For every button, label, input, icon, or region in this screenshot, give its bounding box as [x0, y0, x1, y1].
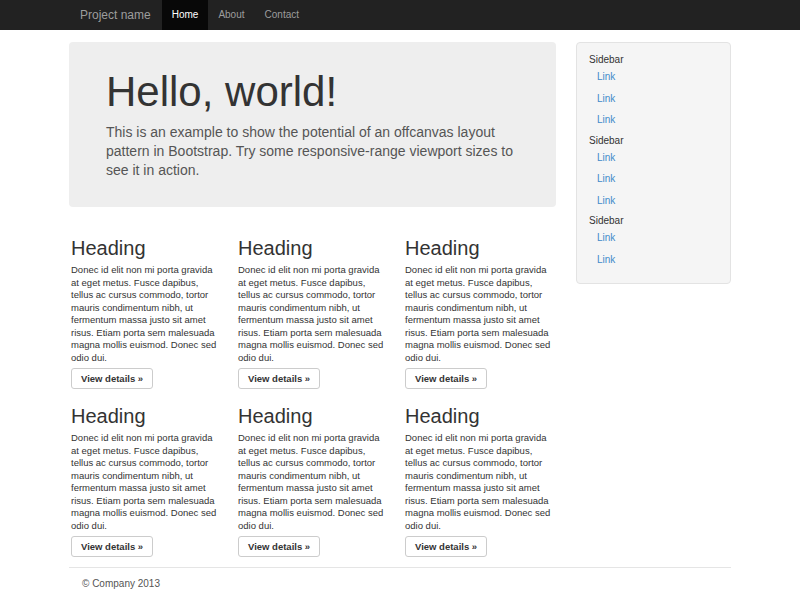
- feature-body-text: Donec id elit non mi porta gravida at eg…: [405, 432, 555, 532]
- sidebar-column: SidebarLinkLinkLinkSidebarLinkLinkLinkSi…: [576, 42, 731, 557]
- feature-heading: Heading: [71, 237, 221, 259]
- jumbotron: Hello, world! This is an example to show…: [69, 42, 556, 207]
- features-row-2: HeadingDonec id elit non mi porta gravid…: [71, 405, 556, 557]
- feature-body-text: Donec id elit non mi porta gravida at eg…: [238, 264, 388, 364]
- nav-item-home: Home: [162, 0, 209, 30]
- page-container: Hello, world! This is an example to show…: [69, 42, 731, 589]
- feature-heading: Heading: [238, 405, 388, 427]
- navbar: Project name HomeAboutContact: [0, 0, 800, 30]
- feature-column-1-3: HeadingDonec id elit non mi porta gravid…: [405, 237, 555, 389]
- navbar-container: Project name HomeAboutContact: [68, 0, 732, 30]
- feature-column-1-2: HeadingDonec id elit non mi porta gravid…: [238, 237, 388, 389]
- copyright-text: © Company 2013: [82, 578, 731, 589]
- footer-divider: [69, 567, 731, 568]
- feature-column-2-1: HeadingDonec id elit non mi porta gravid…: [71, 405, 221, 557]
- navbar-brand[interactable]: Project name: [68, 0, 162, 30]
- jumbotron-description: This is an example to show the potential…: [106, 123, 516, 180]
- feature-column-2-2: HeadingDonec id elit non mi porta gravid…: [238, 405, 388, 557]
- feature-heading: Heading: [238, 237, 388, 259]
- sidebar-link-1-3[interactable]: Link: [577, 110, 730, 132]
- feature-heading: Heading: [405, 405, 555, 427]
- feature-heading: Heading: [405, 237, 555, 259]
- nav-link-home[interactable]: Home: [162, 0, 209, 30]
- sidebar-header-1: Sidebar: [577, 51, 730, 67]
- feature-body-text: Donec id elit non mi porta gravida at eg…: [405, 264, 555, 364]
- nav-link-about[interactable]: About: [208, 0, 254, 30]
- feature-column-1-1: HeadingDonec id elit non mi porta gravid…: [71, 237, 221, 389]
- content-row: Hello, world! This is an example to show…: [69, 42, 731, 557]
- sidebar-link-2-1[interactable]: Link: [577, 148, 730, 170]
- view-details-button[interactable]: View details »: [405, 368, 487, 389]
- feature-body-text: Donec id elit non mi porta gravida at eg…: [238, 432, 388, 532]
- sidebar-link-2-3[interactable]: Link: [577, 191, 730, 213]
- view-details-button[interactable]: View details »: [238, 368, 320, 389]
- sidebar-header-2: Sidebar: [577, 132, 730, 148]
- sidebar-link-1-1[interactable]: Link: [577, 67, 730, 89]
- feature-body-text: Donec id elit non mi porta gravida at eg…: [71, 432, 221, 532]
- sidebar-link-3-1[interactable]: Link: [577, 228, 730, 250]
- main-column: Hello, world! This is an example to show…: [69, 42, 556, 557]
- nav-item-about: About: [208, 0, 254, 30]
- sidebar-link-3-2[interactable]: Link: [577, 250, 730, 272]
- feature-heading: Heading: [71, 405, 221, 427]
- view-details-button[interactable]: View details »: [405, 536, 487, 557]
- sidebar-link-2-2[interactable]: Link: [577, 169, 730, 191]
- footer: © Company 2013: [69, 578, 731, 589]
- nav-item-contact: Contact: [255, 0, 309, 30]
- sidebar-link-1-2[interactable]: Link: [577, 89, 730, 111]
- sidebar-header-3: Sidebar: [577, 212, 730, 228]
- sidebar-well: SidebarLinkLinkLinkSidebarLinkLinkLinkSi…: [576, 42, 731, 284]
- nav-link-contact[interactable]: Contact: [255, 0, 309, 30]
- view-details-button[interactable]: View details »: [71, 368, 153, 389]
- navbar-menu: HomeAboutContact: [162, 0, 309, 30]
- jumbotron-title: Hello, world!: [106, 69, 516, 115]
- view-details-button[interactable]: View details »: [71, 536, 153, 557]
- feature-body-text: Donec id elit non mi porta gravida at eg…: [71, 264, 221, 364]
- feature-column-2-3: HeadingDonec id elit non mi porta gravid…: [405, 405, 555, 557]
- features-row-1: HeadingDonec id elit non mi porta gravid…: [71, 237, 556, 389]
- view-details-button[interactable]: View details »: [238, 536, 320, 557]
